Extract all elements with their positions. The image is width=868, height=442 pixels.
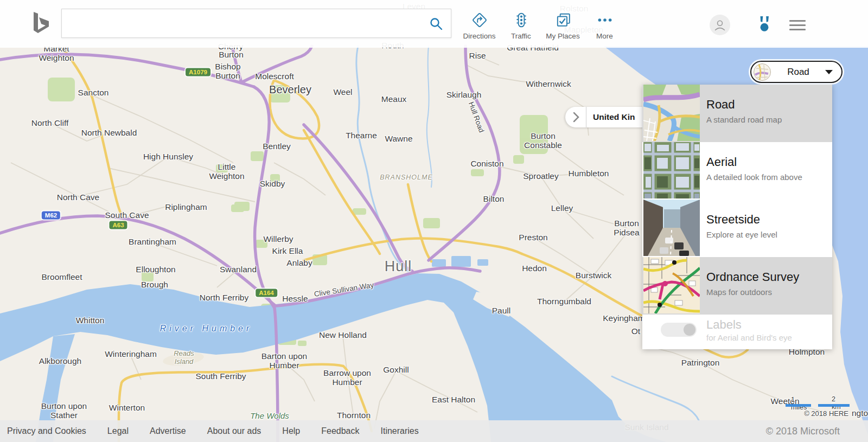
toggle-knob [684,324,695,336]
menu-item-subtitle: Maps for outdoors [706,287,772,297]
menu-item-title: Aerial [706,155,737,169]
labels-title: Labels [706,318,742,332]
aerial-thumbnail [643,142,700,198]
menu-item-streetside[interactable]: Streetside Explore at eye level [642,200,832,257]
labels-toggle[interactable] [661,323,697,337]
search-box [61,9,451,38]
nav-label: My Places [546,32,579,40]
nav-label: More [596,32,613,40]
map-style-menu: Road A standard road map [642,85,832,349]
scale-miles-bar [786,404,811,407]
expand-panel-chevron-icon[interactable] [565,112,586,123]
footer-link-help[interactable]: Help [282,426,300,436]
menu-item-road[interactable]: Road A standard road map [642,85,832,142]
footer-link-advertise[interactable]: Advertise [150,426,186,436]
labels-subtitle: for Aerial and Bird's eye [706,333,792,342]
nav-label: Traffic [511,32,531,40]
my-places-icon [555,12,571,30]
menu-item-labels: Labels for Aerial and Bird's eye [642,315,832,349]
more-icon [597,12,613,30]
scale-km-bar [818,404,850,407]
menu-item-subtitle: Explore at eye level [706,230,777,239]
top-bar: Directions Traffic [0,0,868,48]
bing-maps-page: LevenRolstonMappletonCherryRouthGreat Ha… [0,0,868,442]
traffic-icon [513,12,529,30]
footer-link-itineraries[interactable]: Itineraries [381,426,419,436]
road-thumbnail [643,85,700,141]
footer-link-about-ads[interactable]: About our ads [207,426,261,436]
divider [586,107,586,127]
menu-item-subtitle: A detailed look from above [706,172,802,182]
scale-miles-label: 1 miles [791,396,807,411]
header-nav: Directions Traffic [458,12,626,40]
location-info-panel[interactable]: United Kin [565,107,652,127]
scale-km-label: 2 km [832,395,841,411]
menu-item-title: Road [706,98,735,112]
footer-links: Privacy and Cookies Legal Advertise Abou… [0,426,419,436]
footer-link-feedback[interactable]: Feedback [321,426,359,436]
road-style-mini-icon [753,63,771,81]
search-input[interactable] [69,12,424,35]
search-icon[interactable] [429,17,443,33]
map-style-dropdown-button[interactable]: Road [750,61,843,83]
map-attribution: © 2018 HERE [804,409,848,418]
directions-icon [471,12,488,30]
footer-link-legal[interactable]: Legal [107,426,129,436]
menu-item-title: Streetside [706,213,760,227]
traffic-button[interactable]: Traffic [500,12,542,40]
menu-item-title: Ordnance Survey [706,270,799,284]
menu-item-ordnance-survey[interactable]: Ordnance Survey Maps for outdoors [642,257,832,315]
menu-item-subtitle: A standard road map [706,115,782,124]
ordnance-survey-thumbnail [643,257,700,313]
streetside-thumbnail [643,200,700,256]
rewards-medal-icon[interactable] [756,16,773,35]
profile-button[interactable] [710,15,730,35]
my-places-button[interactable]: My Places [542,12,584,40]
chevron-down-icon [825,70,833,74]
footer-link-privacy[interactable]: Privacy and Cookies [7,426,86,436]
menu-item-aerial[interactable]: Aerial A detailed look from above [642,142,832,200]
nav-label: Directions [463,32,495,40]
location-name: United Kin [593,112,635,122]
more-button[interactable]: More [584,12,626,40]
map-style-current-label: Road [771,67,825,78]
menu-hamburger-icon[interactable] [789,20,806,33]
directions-button[interactable]: Directions [458,12,500,40]
person-icon [713,18,727,32]
bing-logo[interactable] [31,11,50,39]
footer-bar: Privacy and Cookies Legal Advertise Abou… [0,420,868,442]
microsoft-copyright: © 2018 Microsoft [766,426,840,437]
